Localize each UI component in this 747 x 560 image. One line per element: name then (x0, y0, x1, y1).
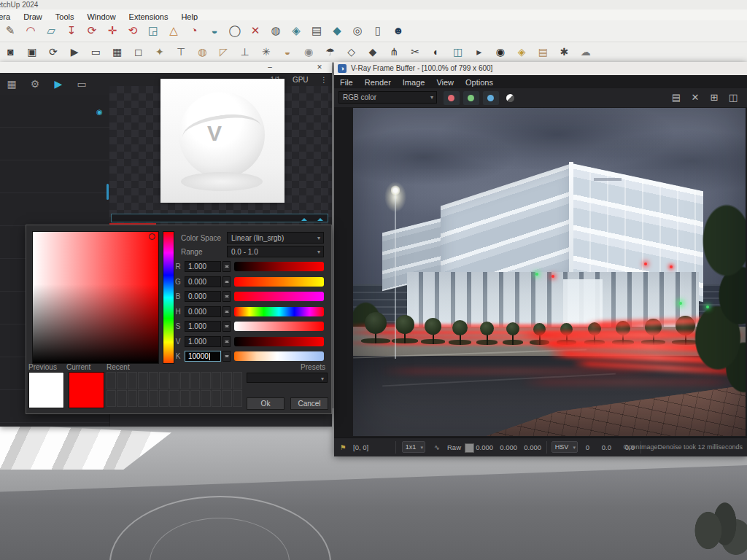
recent-swatch[interactable] (128, 372, 137, 389)
move-icon[interactable]: ✛ (105, 20, 120, 41)
channel-g-spinner[interactable] (222, 276, 231, 287)
current-color-swatch[interactable] (69, 372, 104, 408)
orbit-icon[interactable]: ◔ (187, 20, 201, 41)
recent-swatch[interactable] (128, 390, 137, 408)
recent-swatch[interactable] (212, 372, 221, 389)
update-effects-icon[interactable]: ⟳ (46, 42, 61, 61)
zoom-icon[interactable]: ◯ (228, 20, 242, 41)
vray-swap-icon[interactable]: ◈ (289, 20, 303, 41)
account-icon[interactable]: ◎ (350, 20, 365, 41)
green-channel-toggle[interactable] (463, 91, 479, 105)
channel-h-spinner[interactable] (222, 306, 231, 317)
push-pull-icon[interactable]: ↧ (64, 20, 79, 41)
channel-k-bar[interactable] (234, 351, 324, 361)
channel-k-field[interactable]: 10000 (185, 351, 221, 362)
channel-b-spinner[interactable] (222, 291, 231, 302)
sv-marker[interactable] (149, 233, 155, 240)
channel-g-field[interactable]: 0.000 (185, 276, 221, 287)
lock-region-icon[interactable]: ◻ (131, 42, 146, 61)
recent-swatch[interactable] (138, 372, 147, 389)
menu-help[interactable]: Help (174, 12, 204, 20)
new-file-icon[interactable]: ▯ (371, 20, 385, 41)
interactive-render-icon[interactable]: ◍ (268, 20, 283, 41)
freehand-icon[interactable]: ✎ (3, 20, 18, 41)
follow-me-icon[interactable]: ⟳ (85, 20, 99, 41)
range-dropdown[interactable]: 0.0 - 1.0 (227, 246, 324, 257)
red-channel-toggle[interactable] (444, 91, 460, 105)
recent-swatch[interactable] (233, 372, 242, 389)
recent-swatch[interactable] (222, 390, 231, 408)
recent-swatch[interactable] (222, 372, 231, 389)
recent-swatch[interactable] (107, 372, 116, 389)
spot-light-icon[interactable]: ◸ (216, 42, 231, 61)
light-gen-icon[interactable]: ✦ (152, 42, 167, 61)
recent-swatch[interactable] (212, 390, 221, 408)
batch-render-icon[interactable]: ▦ (110, 42, 125, 61)
camera-link-icon[interactable]: ▸ (472, 42, 487, 61)
save-image-icon[interactable]: ▤ (670, 88, 682, 107)
presets-dropdown[interactable] (247, 373, 328, 383)
channel-v-spinner[interactable] (222, 336, 231, 347)
channel-v-bar[interactable] (234, 337, 324, 346)
recent-swatch[interactable] (117, 390, 126, 408)
channel-g-bar[interactable] (234, 277, 324, 287)
frame-buffer-icon[interactable]: ▣ (25, 42, 39, 61)
omni-light-icon[interactable]: ✳ (259, 42, 274, 61)
cloud-icon[interactable]: ☁ (578, 42, 593, 61)
channel-r-spinner[interactable] (222, 261, 231, 272)
channel-b-bar[interactable] (234, 292, 324, 301)
vray-export-icon[interactable]: ◆ (330, 20, 344, 41)
shield-icon[interactable]: ◈ (514, 42, 529, 61)
minimize-icon[interactable]: – (263, 62, 277, 72)
sphere-light-icon[interactable]: ◍ (195, 42, 209, 61)
settings-gear-icon[interactable]: ⚙ (28, 73, 42, 95)
channel-h-bar[interactable] (234, 307, 324, 316)
frame-buffer-icon[interactable]: ▭ (75, 73, 88, 95)
recent-swatch[interactable] (201, 390, 210, 408)
asset-grid-icon[interactable]: ▦ (5, 73, 18, 95)
plane-light-icon[interactable]: ⊤ (174, 42, 188, 61)
preview-engine[interactable]: GPU (293, 73, 309, 88)
region-select-icon[interactable]: ⊞ (708, 88, 720, 107)
menu-draw[interactable]: Draw (17, 12, 49, 20)
channel-h-field[interactable]: 0.000 (185, 306, 221, 317)
slider-handle-icon[interactable] (317, 215, 323, 221)
vray-stack-icon[interactable]: ▤ (309, 20, 324, 41)
menu-image[interactable]: Image (397, 76, 431, 89)
channel-r-field[interactable]: 1.000 (185, 261, 221, 272)
slider-handle-icon[interactable] (301, 215, 307, 221)
menu-camera[interactable]: Camera (0, 12, 17, 20)
sun-settings-icon[interactable]: ✱ (557, 42, 571, 61)
asset-editor-titlebar[interactable]: – ✕ (0, 62, 332, 73)
rendered-image[interactable] (353, 108, 746, 436)
render-icon[interactable]: ▶ (67, 42, 82, 61)
recent-swatch[interactable] (149, 372, 158, 389)
rectangle-icon[interactable]: ▱ (44, 20, 58, 41)
tape-measure-icon[interactable]: △ (166, 20, 181, 41)
curve-icon[interactable]: ∿ (434, 438, 440, 456)
zoom-extents-icon[interactable]: ✕ (248, 20, 263, 41)
render-window-icon[interactable]: ▭ (88, 42, 103, 61)
channel-select-dropdown[interactable]: RGB color (338, 91, 437, 104)
vray-core-icon[interactable]: ◐ (429, 42, 444, 61)
dome-texture-icon[interactable]: ☂ (322, 42, 337, 61)
mesh-light-icon[interactable]: ◉ (301, 42, 316, 61)
cancel-button[interactable]: Cancel (290, 397, 328, 410)
channel-s-spinner[interactable] (222, 321, 231, 332)
recent-swatch[interactable] (159, 390, 169, 408)
render-interactive-icon[interactable]: ▶ (52, 73, 65, 95)
clipper-icon[interactable]: ✂ (408, 42, 422, 61)
recent-swatch[interactable] (138, 390, 147, 408)
asset-editor-icon[interactable]: ◙ (4, 42, 18, 61)
dome-light-icon[interactable]: ◒ (280, 42, 295, 61)
eye-icon[interactable]: ◉ (96, 108, 103, 116)
ies-light-icon[interactable]: ⊥ (238, 42, 252, 61)
channel-r-bar[interactable] (234, 262, 324, 271)
fur-icon[interactable]: ⋔ (387, 42, 401, 61)
menu-tools[interactable]: Tools (49, 12, 81, 20)
pan-icon[interactable]: ◒ (207, 20, 222, 41)
clear-image-icon[interactable]: ✕ (689, 88, 701, 107)
ok-button[interactable]: Ok (247, 397, 285, 410)
channel-k-spinner[interactable] (222, 351, 231, 362)
recent-swatch[interactable] (201, 372, 210, 389)
